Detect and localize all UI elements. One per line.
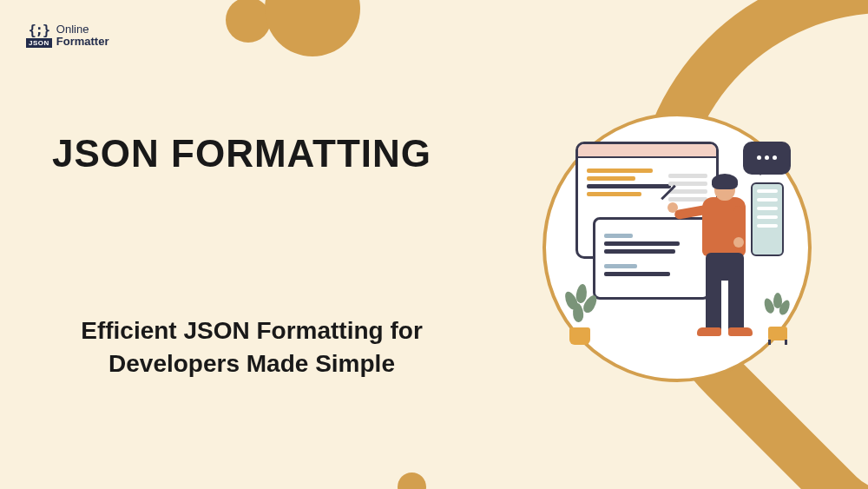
logo-brace: {;} [29,23,49,38]
json-badge-icon: {;} JSON [26,23,52,48]
page-subheading: Efficient JSON Formatting for Developers… [43,314,460,380]
speech-bubble-icon [743,142,791,175]
logo-text-line1: Online [56,23,109,36]
brand-logo: {;} JSON Online Formatter [26,23,108,48]
logo-badge-text: JSON [26,38,52,48]
plant-right-icon [760,293,794,345]
hero-illustration [542,113,812,382]
plant-left-icon [562,284,597,345]
developer-person-icon [690,176,760,350]
logo-text-line2: Formatter [56,36,109,48]
decorative-circle-large [265,0,360,56]
page-heading: JSON FORMATTING [52,132,431,175]
